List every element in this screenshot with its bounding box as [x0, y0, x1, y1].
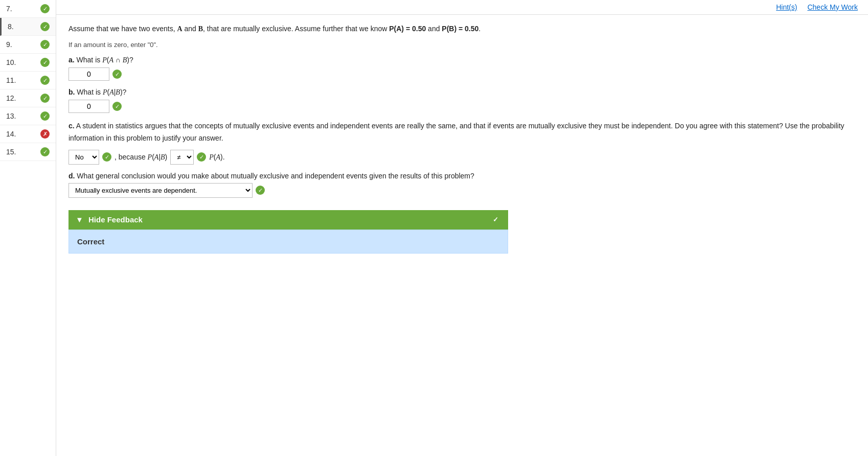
status-icon-14: ✗ — [40, 129, 50, 139]
part-a-label: a. What is P(A ∩ B)? — [68, 56, 856, 64]
status-icon-11: ✓ — [40, 76, 50, 85]
sidebar-item-10[interactable]: 10. ✓ — [0, 54, 56, 72]
question-intro: Assume that we have two events, A and B,… — [68, 23, 856, 35]
question-sidebar: 7. ✓ 8. ✓ 9. ✓ 10. ✓ 11. ✓ 12. ✓ 13. ✓ 1… — [0, 0, 56, 456]
sidebar-number-13: 13. — [6, 112, 16, 120]
part-b-answer-row: ✓ — [68, 100, 856, 113]
part-a: a. What is P(A ∩ B)? ✓ — [68, 56, 856, 81]
part-c: c. A student in statistics argues that t… — [68, 120, 856, 165]
event-b: B — [198, 25, 203, 33]
event-a: A — [177, 25, 182, 33]
part-d-label: d. What general conclusion would you mak… — [68, 172, 856, 180]
sidebar-number-8: 8. — [8, 22, 14, 31]
sidebar-item-14[interactable]: 14. ✗ — [0, 125, 56, 143]
part-a-input[interactable] — [68, 67, 109, 81]
sidebar-item-12[interactable]: 12. ✓ — [0, 89, 56, 107]
part-c-label: c. A student in statistics argues that t… — [68, 120, 856, 145]
pa-value: P(A) = 0.50 — [389, 25, 426, 33]
status-icon-13: ✓ — [40, 111, 50, 121]
part-b-input[interactable] — [68, 100, 109, 113]
status-icon-8: ✓ — [40, 22, 50, 31]
part-b-label: b. What is P(A|B)? — [68, 88, 856, 97]
question-area: Assume that we have two events, A and B,… — [56, 15, 868, 262]
sidebar-item-13[interactable]: 13. ✓ — [0, 107, 56, 125]
part-c-pa-text: P(A). — [209, 153, 224, 162]
sidebar-item-7[interactable]: 7. ✓ — [0, 0, 56, 18]
zero-note: If an amount is zero, enter "0". — [68, 41, 856, 49]
hide-feedback-button[interactable]: ▼ Hide Feedback ✓ — [68, 210, 508, 230]
status-icon-15: ✓ — [40, 147, 50, 156]
main-content: Hint(s) Check My Work Assume that we hav… — [56, 0, 868, 456]
part-a-check-icon: ✓ — [112, 70, 122, 79]
feedback-correct-text: Correct — [77, 237, 104, 246]
feedback-section: ▼ Hide Feedback ✓ Correct — [68, 210, 508, 254]
part-c-relation-check-icon: ✓ — [197, 152, 206, 162]
sidebar-number-10: 10. — [6, 58, 16, 66]
part-d-answer-row: Mutually exclusive events are dependent.… — [68, 183, 856, 198]
check-my-work-link[interactable]: Check My Work — [807, 3, 858, 11]
part-c-because-text: , because P(A|B) — [115, 153, 167, 162]
part-b-check-icon: ✓ — [112, 102, 122, 111]
part-c-check-icon: ✓ — [102, 152, 111, 162]
sidebar-number-9: 9. — [6, 40, 12, 49]
part-c-answer-row: No Yes ✓ , because P(A|B) ≠ = < > ✓ P(A)… — [68, 150, 856, 165]
sidebar-item-15[interactable]: 15. ✓ — [0, 143, 56, 161]
pb-value: P(B) = 0.50 — [442, 25, 478, 33]
sidebar-number-11: 11. — [6, 76, 16, 84]
sidebar-number-14: 14. — [6, 130, 16, 138]
sidebar-number-12: 12. — [6, 94, 16, 102]
sidebar-number-15: 15. — [6, 148, 16, 156]
sidebar-item-8[interactable]: 8. ✓ — [0, 18, 56, 36]
top-bar: Hint(s) Check My Work — [56, 0, 868, 15]
status-icon-7: ✓ — [40, 4, 50, 13]
sidebar-number-7: 7. — [6, 5, 12, 13]
status-icon-12: ✓ — [40, 94, 50, 103]
part-c-relation-select[interactable]: ≠ = < > — [170, 150, 194, 165]
part-d: d. What general conclusion would you mak… — [68, 172, 856, 198]
feedback-check-icon: ✓ — [490, 214, 501, 225]
part-d-check-icon: ✓ — [256, 186, 265, 195]
status-icon-10: ✓ — [40, 58, 50, 67]
part-d-conclusion-select[interactable]: Mutually exclusive events are dependent.… — [68, 183, 253, 198]
status-icon-9: ✓ — [40, 40, 50, 49]
sidebar-item-9[interactable]: 9. ✓ — [0, 36, 56, 54]
part-c-agree-select[interactable]: No Yes — [68, 150, 99, 165]
triangle-icon: ▼ — [76, 215, 83, 224]
part-a-answer-row: ✓ — [68, 67, 856, 81]
hints-link[interactable]: Hint(s) — [776, 3, 797, 11]
feedback-body: Correct — [68, 230, 508, 254]
sidebar-item-11[interactable]: 11. ✓ — [0, 72, 56, 89]
part-b: b. What is P(A|B)? ✓ — [68, 88, 856, 113]
feedback-header-label: ▼ Hide Feedback — [76, 215, 143, 224]
